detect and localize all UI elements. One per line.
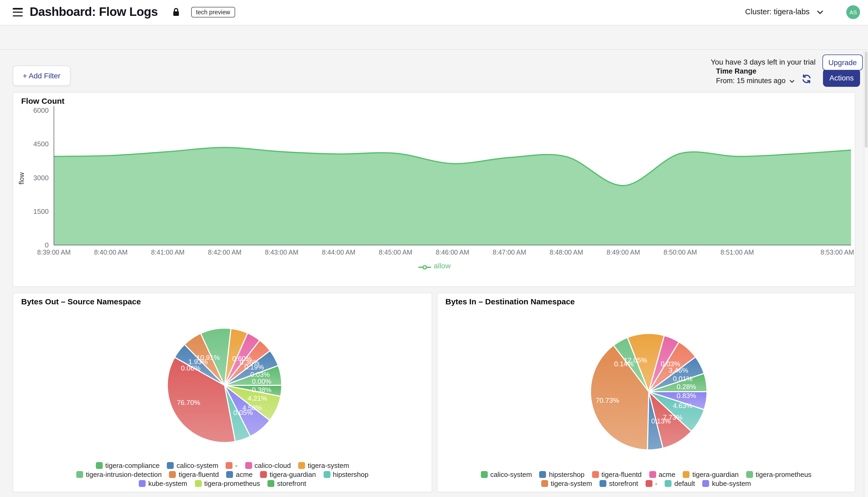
legend-label: tigera-compliance	[106, 462, 160, 469]
svg-text:6000: 6000	[33, 106, 49, 114]
legend-label: tigera-intrusion-detection	[86, 470, 162, 479]
bytes-in-legend: calico-systemhipstershoptigera-fluentdac…	[437, 470, 855, 487]
legend-item-default[interactable]: default	[665, 480, 695, 487]
svg-text:8:44:00 AM: 8:44:00 AM	[322, 248, 355, 256]
legend-swatch	[226, 471, 233, 478]
legend-item-acme[interactable]: acme	[226, 470, 253, 479]
svg-text:0.00%: 0.00%	[252, 378, 271, 385]
svg-text:4.21%: 4.21%	[248, 394, 267, 402]
svg-text:0.38%: 0.38%	[252, 386, 271, 394]
legend-item-tigera-fluentd[interactable]: tigera-fluentd	[592, 470, 642, 479]
svg-text:0.19%: 0.19%	[244, 363, 264, 371]
lock-icon	[172, 8, 180, 19]
legend-swatch	[267, 480, 274, 487]
legend-label: storefront	[277, 480, 306, 487]
scrollbar-thumb[interactable]	[865, 51, 867, 148]
legend-swatch	[540, 471, 546, 478]
legend-swatch	[541, 480, 548, 487]
line-series-legend-icon	[418, 265, 431, 270]
legend-item-kube-system[interactable]: kube-system	[702, 480, 751, 487]
svg-text:0: 0	[45, 241, 48, 249]
legend-label: tigera-guardian	[692, 470, 739, 479]
svg-text:8:41:00 AM: 8:41:00 AM	[151, 248, 184, 256]
legend-item-hipstershop[interactable]: hipstershop	[323, 470, 368, 479]
legend-item-calico-system[interactable]: calico-system	[167, 462, 219, 469]
legend-label: -	[655, 480, 657, 487]
svg-text:10.91%: 10.91%	[196, 354, 220, 361]
legend-item-tigera-prometheus[interactable]: tigera-prometheus	[746, 470, 812, 479]
legend-item--[interactable]: -	[646, 480, 657, 487]
bytes-in-pie-chart[interactable]: 12.05%0.03%3.46%0.01%0.28%0.83%4.63%7.73…	[437, 293, 855, 492]
legend-label: calico-cloud	[254, 462, 291, 469]
time-range-dropdown[interactable]: From: 15 minutes ago	[716, 77, 794, 85]
legend-item-hipstershop[interactable]: hipstershop	[540, 470, 584, 479]
legend-label: tigera-prometheus	[756, 470, 812, 479]
legend-item-acme[interactable]: acme	[649, 470, 675, 479]
flow-count-chart[interactable]: 015003000450060008:39:00 AM8:40:00 AM8:4…	[13, 93, 855, 286]
legend-label: hipstershop	[333, 470, 368, 479]
svg-text:8:53:00 AM: 8:53:00 AM	[821, 248, 854, 256]
legend-item-tigera-prometheus[interactable]: tigera-prometheus	[195, 480, 260, 487]
svg-text:0.05%: 0.05%	[233, 409, 253, 416]
hamburger-menu-icon[interactable]	[13, 8, 23, 17]
legend-item-tigera-guardian[interactable]: tigera-guardian	[683, 470, 739, 479]
legend-label: tigera-prometheus	[204, 480, 260, 487]
legend-item-storefront[interactable]: storefront	[267, 480, 306, 487]
svg-text:flow: flow	[17, 172, 25, 184]
legend-item-tigera-fluentd[interactable]: tigera-fluentd	[169, 470, 219, 479]
legend-label: -	[235, 462, 238, 469]
legend-swatch	[665, 480, 672, 487]
legend-item--[interactable]: -	[226, 462, 238, 469]
legend-item-kube-system[interactable]: kube-system	[139, 480, 187, 487]
svg-text:8:45:00 AM: 8:45:00 AM	[379, 248, 412, 256]
svg-text:8:51:00 AM: 8:51:00 AM	[720, 248, 754, 256]
svg-text:4.63%: 4.63%	[673, 402, 692, 410]
legend-item-tigera-system[interactable]: tigera-system	[298, 462, 349, 469]
legend-swatch	[298, 462, 305, 469]
legend-swatch	[683, 471, 690, 478]
actions-button[interactable]: Actions	[823, 69, 860, 87]
legend-swatch	[195, 480, 201, 487]
bytes-out-panel: Bytes Out – Source Namespace 0.60%0.36%0…	[13, 293, 432, 492]
add-filter-button[interactable]: + Add Filter	[13, 66, 70, 86]
legend-item-tigera-guardian[interactable]: tigera-guardian	[260, 470, 316, 479]
legend-item-calico-cloud[interactable]: calico-cloud	[245, 462, 291, 469]
legend-swatch	[646, 480, 653, 487]
legend-item-tigera-compliance[interactable]: tigera-compliance	[96, 462, 160, 469]
legend-swatch	[139, 480, 146, 487]
refresh-icon[interactable]	[801, 74, 812, 84]
bytes-out-legend: tigera-compliancecalico-system-calico-cl…	[13, 462, 432, 487]
legend-item-storefront[interactable]: storefront	[600, 480, 638, 487]
legend-item-tigera-system[interactable]: tigera-system	[541, 480, 592, 487]
legend-item-calico-system[interactable]: calico-system	[480, 470, 532, 479]
top-bar: Dashboard: Flow Logs tech preview Cluste…	[0, 0, 868, 25]
legend-label: tigera-fluentd	[601, 470, 642, 479]
avatar[interactable]: AS	[846, 5, 860, 19]
legend-label: tigera-guardian	[269, 470, 316, 479]
trial-bar: You have 3 days left in your trial Upgra…	[0, 25, 868, 50]
legend-swatch	[702, 480, 709, 487]
legend-swatch	[226, 462, 233, 469]
legend-swatch	[76, 471, 83, 478]
legend-swatch	[96, 462, 103, 469]
svg-text:0.83%: 0.83%	[676, 392, 696, 400]
legend-label: storefront	[609, 480, 638, 487]
svg-text:8:39:00 AM: 8:39:00 AM	[37, 248, 70, 256]
chevron-down-icon	[789, 77, 794, 85]
legend-label: default	[674, 480, 695, 487]
svg-text:4500: 4500	[33, 140, 49, 148]
cluster-selector[interactable]: Cluster: tigera-labs	[745, 8, 823, 16]
flow-legend-allow[interactable]: allow	[13, 261, 856, 270]
svg-text:3.46%: 3.46%	[669, 366, 688, 374]
legend-item-tigera-intrusion-detection[interactable]: tigera-intrusion-detection	[76, 470, 162, 479]
trial-message: You have 3 days left in your trial	[711, 58, 815, 66]
legend-label: tigera-system	[308, 462, 349, 469]
dashboard-app: Dashboard: Flow Logs tech preview Cluste…	[0, 0, 868, 497]
svg-text:8:43:00 AM: 8:43:00 AM	[265, 248, 298, 256]
legend-label: acme	[659, 470, 675, 479]
svg-text:8:40:00 AM: 8:40:00 AM	[94, 248, 127, 256]
time-range-value: From: 15 minutes ago	[716, 77, 786, 85]
upgrade-button[interactable]: Upgrade	[823, 55, 863, 70]
legend-swatch	[649, 471, 656, 478]
svg-text:3000: 3000	[33, 174, 49, 182]
